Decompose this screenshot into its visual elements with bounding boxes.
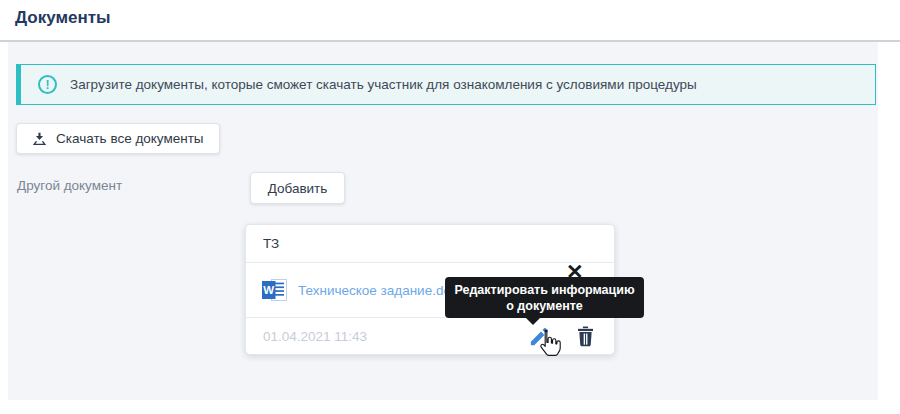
upload-date: 01.04.2021 11:43	[263, 329, 528, 344]
documents-page: Документы ! Загрузите документы, которые…	[0, 0, 900, 414]
info-icon: !	[38, 75, 57, 94]
info-banner: ! Загрузите документы, которые сможет ск…	[16, 64, 876, 105]
info-banner-text: Загрузите документы, которые сможет скач…	[70, 77, 697, 92]
other-document-label: Другой документ	[17, 178, 122, 193]
add-document-button[interactable]: Добавить	[250, 172, 345, 204]
delete-document-button[interactable]	[574, 325, 597, 348]
hand-cursor	[536, 329, 561, 358]
add-document-label: Добавить	[268, 181, 328, 196]
document-file-link[interactable]: Техническое задание.docx	[298, 283, 464, 298]
edit-tooltip-text: Редактировать информацию о документе	[449, 282, 640, 314]
download-all-label: Скачать все документы	[56, 131, 204, 146]
trash-icon	[574, 325, 597, 348]
page-title: Документы	[15, 8, 111, 28]
tooltip-caret	[525, 317, 541, 325]
download-all-button[interactable]: Скачать все документы	[16, 123, 220, 154]
edit-tooltip: Редактировать информацию о документе	[445, 277, 644, 318]
download-icon	[32, 132, 47, 146]
document-card-title: ТЗ	[246, 225, 614, 263]
svg-text:W: W	[263, 284, 274, 296]
word-file-icon: W	[262, 279, 287, 301]
